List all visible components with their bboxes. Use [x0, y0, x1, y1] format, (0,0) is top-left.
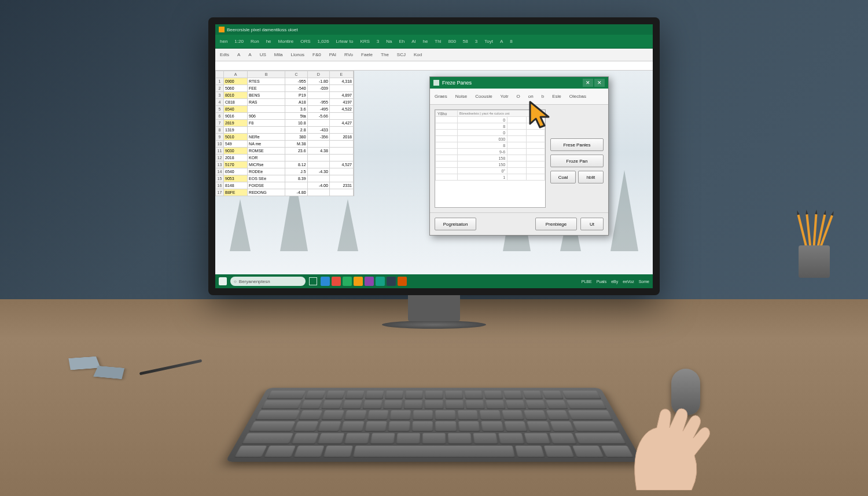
dialog-tab[interactable]: Coousie [475, 94, 492, 99]
dialog-tab[interactable]: Graes [435, 94, 447, 99]
ribbon-item[interactable]: Toyt [484, 39, 493, 44]
table-row[interactable]: 146540RODEeJ.5-4.30 [216, 168, 354, 175]
formula-bar[interactable] [215, 61, 653, 71]
freeze-panes-dialog[interactable]: Freze Panes ✕ ✕ GraesNoiseCoousieYotrOon… [429, 76, 609, 236]
ribbon-item[interactable]: he [266, 39, 271, 44]
ribbon-item[interactable]: Montire [278, 39, 294, 44]
table-row[interactable]: 159053EOS SEe8.39 [216, 175, 354, 182]
toolbar-item[interactable]: Kod [414, 52, 422, 57]
table-row[interactable]: 168148FOIDSE-4.002331 [216, 182, 354, 189]
dialog-tab[interactable]: b [542, 94, 544, 99]
start-button[interactable] [219, 277, 227, 285]
taskbar-pinned-icons[interactable] [321, 277, 407, 286]
dialog-tab[interactable]: Noise [455, 94, 467, 99]
tray-item[interactable]: PLBE [582, 280, 592, 284]
dialog-preview-grid: Y8hoBbrealiselsts | yaut 4e colocs ost08… [435, 109, 546, 208]
pen [139, 359, 203, 376]
table-row[interactable]: 813192.8-433 [216, 127, 354, 134]
taskbar[interactable]: ○Beryanenptesn PLBEPualseByeeVozSome [215, 274, 653, 288]
coal-button[interactable]: Coal [550, 171, 576, 183]
ribbon-item[interactable]: 3 [377, 39, 379, 44]
toolbar-item[interactable]: Edts [220, 52, 229, 57]
ribbon-item[interactable]: 8 [510, 39, 512, 44]
taskbar-app-icon[interactable] [332, 277, 341, 286]
toolbar-item[interactable]: Mila [274, 52, 283, 57]
pencil-cup [799, 232, 833, 278]
taskbar-tray[interactable]: PLBEPualseByeeVozSome [582, 280, 649, 284]
minimize-button[interactable]: ✕ [583, 79, 593, 87]
close-button[interactable]: ✕ [594, 79, 605, 87]
toolbar-item[interactable]: Faele [361, 52, 373, 57]
ribbon[interactable]: hen1:20RonheMontireORS1,026Lrtear toKRS3… [215, 35, 653, 49]
taskbar-app-icon[interactable] [398, 277, 407, 286]
taskbar-app-icon[interactable] [354, 277, 363, 286]
ribbon-item[interactable]: Ron [251, 39, 259, 44]
table-row[interactable]: 690169065ta-5.66 [216, 113, 354, 120]
table-row[interactable]: 10549NA meM.38 [216, 141, 354, 148]
table-row[interactable]: 4C818RASA18-9554197 [216, 99, 354, 106]
tray-item[interactable]: Puals [597, 280, 607, 284]
dialog-tab[interactable]: O [517, 94, 520, 99]
ribbon-item[interactable]: 800 [448, 39, 455, 44]
ribbon-item[interactable]: 1:20 [234, 39, 244, 44]
table-row[interactable]: 72819F810.84,427 [216, 120, 354, 127]
ribbon-item[interactable]: A [500, 39, 503, 44]
taskbar-app-icon[interactable] [365, 277, 374, 286]
toolbar-item[interactable]: SCJ [397, 52, 406, 57]
tray-item[interactable]: eBy [611, 280, 618, 284]
table-row[interactable]: 38010BENSP194,897 [216, 92, 354, 99]
dialog-titlebar[interactable]: Freze Panes ✕ ✕ [430, 77, 608, 89]
toolbar-item[interactable]: The [381, 52, 389, 57]
ribbon-item[interactable]: Lrtear to [336, 39, 354, 44]
table-row[interactable]: 585403.6-4954,522 [216, 106, 354, 113]
dialog-tab[interactable]: on [528, 94, 534, 99]
table-row[interactable]: 119030ROMSE23.64.38 [216, 148, 354, 155]
table-row[interactable]: 10900RTES-955-1.804,318 [216, 78, 354, 85]
table-row[interactable]: 135170MICRse8.124,527 [216, 161, 354, 168]
table-row[interactable]: 17B8FEREDONG-4.80 [216, 189, 354, 196]
ribbon-item[interactable]: 58 [463, 39, 468, 44]
dialog-tabs[interactable]: GraesNoiseCoousieYotrOonbEsleOlecbas [430, 89, 608, 105]
ribbon-item[interactable]: Al [411, 39, 415, 44]
dialog-tab[interactable]: Yotr [501, 94, 509, 99]
ribbon-item[interactable]: Na [386, 39, 392, 44]
toolbar-item[interactable]: Llonos [291, 52, 305, 57]
taskbar-app-icon[interactable] [343, 277, 352, 286]
taskbar-search[interactable]: ○Beryanenptesn [230, 277, 306, 286]
dialog-tab[interactable]: Esle [552, 94, 561, 99]
table-row[interactable]: 95010NERe380-3562018 [216, 134, 354, 141]
footer-button-left[interactable]: Pogreisaton [435, 218, 476, 230]
sheet-table[interactable]: ABCDE10900RTES-955-1.804,31825060FEE-540… [215, 71, 354, 196]
freeze-pan-button[interactable]: Froze Pan [550, 155, 604, 167]
hblit-button[interactable]: hblit [578, 171, 604, 183]
toolbar-item[interactable]: A [237, 52, 240, 57]
ribbon-item[interactable]: KRS [360, 39, 369, 44]
ribbon-item[interactable]: Thl [435, 39, 441, 44]
table-row[interactable]: 25060FEE-540-039 [216, 85, 354, 92]
toolbar-item[interactable]: F&0 [312, 52, 321, 57]
toolbar-item[interactable]: RVo [344, 52, 353, 57]
tray-item[interactable]: Some [639, 280, 649, 284]
toolbar-item[interactable]: PAI [329, 52, 336, 57]
keyboard [225, 388, 642, 462]
toolbar-item[interactable]: A [248, 52, 251, 57]
dialog-tab[interactable]: Olecbas [569, 94, 586, 99]
ribbon-item[interactable]: ORS [300, 39, 310, 44]
freeze-panes-button[interactable]: Frese Panles [550, 138, 604, 151]
taskbar-app-icon[interactable] [321, 277, 330, 286]
footer-button-mid[interactable]: Prenbiege [535, 218, 577, 230]
spreadsheet[interactable]: ABCDE10900RTES-955-1.804,31825060FEE-540… [215, 71, 354, 196]
ribbon-item[interactable]: 1,026 [318, 39, 329, 44]
toolbar-item[interactable]: US [260, 52, 266, 57]
ribbon-item[interactable]: hen [220, 39, 227, 44]
tray-item[interactable]: eeVoz [623, 280, 634, 284]
taskbar-app-icon[interactable] [376, 277, 385, 286]
ribbon-item[interactable]: Eh [399, 39, 405, 44]
taskbar-app-icon[interactable] [387, 277, 396, 286]
ribbon-item[interactable]: he [422, 39, 428, 44]
footer-button-right[interactable]: Ut [580, 218, 604, 230]
table-row[interactable]: 122018KOR [216, 155, 354, 161]
task-view-icon[interactable] [309, 277, 317, 285]
ribbon-item[interactable]: 3 [475, 39, 477, 44]
toolbar[interactable]: EdtsAAUSMilaLlonosF&0PAIRVoFaeleTheSCJKo… [215, 49, 653, 61]
